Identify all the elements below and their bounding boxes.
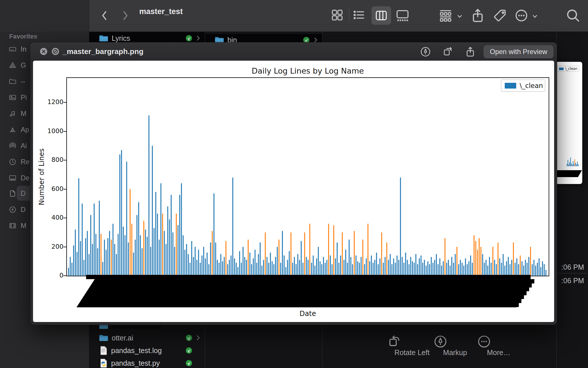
thumbnail-legend: \_clean xyxy=(557,66,579,72)
thumbnail-mini-smear xyxy=(553,170,582,177)
folder-icon xyxy=(9,77,17,85)
folder-icon xyxy=(99,34,108,42)
finder-toolbar: master_test xyxy=(0,0,588,32)
share-icon[interactable] xyxy=(465,46,476,58)
airdrop-icon xyxy=(9,142,17,150)
quicklook-image-content: Daily Log Lines by Log Name Number of Li… xyxy=(33,61,554,322)
quick-action-rotate-left[interactable]: Rotate Left xyxy=(388,335,436,357)
thumbnail-mini-bars xyxy=(567,158,579,169)
quicklook-titlebar[interactable]: _master_bargraph.png Open with Preview xyxy=(30,42,557,61)
ytick-label: 800 xyxy=(35,156,63,163)
xticklabels-black-band xyxy=(76,279,535,307)
markup-icon xyxy=(434,335,477,348)
synced-badge-icon xyxy=(185,347,193,354)
back-chevron-icon[interactable] xyxy=(99,7,110,24)
ytick-label: 1200 xyxy=(35,98,63,106)
chart-plot-area xyxy=(66,77,549,276)
pictures-icon xyxy=(9,93,17,101)
chart-bars xyxy=(67,78,549,276)
desktop-icon xyxy=(9,174,17,182)
quick-action-markup[interactable]: Markup xyxy=(434,335,477,357)
recents-icon xyxy=(9,158,17,166)
chart-xlabel: Date xyxy=(66,310,549,318)
toolbar-sidebar-zone xyxy=(0,0,89,32)
python-file-icon xyxy=(100,359,108,368)
documents-icon xyxy=(9,189,17,198)
sidebar-divider xyxy=(89,0,89,32)
sidebar-section-header: Favorites xyxy=(9,33,37,40)
synced-badge-icon xyxy=(185,359,193,367)
forward-chevron-icon[interactable] xyxy=(120,7,130,24)
music-icon xyxy=(9,110,17,118)
file-row-pandas-test-py[interactable]: pandas_test.py xyxy=(89,357,205,368)
block-slash-button[interactable] xyxy=(51,47,60,56)
rotate-icon[interactable] xyxy=(442,46,453,57)
window-title: master_test xyxy=(139,7,183,16)
synced-badge-icon xyxy=(185,334,193,342)
column-view-button-selected[interactable] xyxy=(372,6,391,25)
ytick-label: 200 xyxy=(35,243,63,250)
chart-title: Daily Log Lines by Log Name xyxy=(66,66,549,75)
search-icon[interactable] xyxy=(565,7,581,24)
folder-icon xyxy=(99,334,108,342)
ytick-label: 0 xyxy=(35,272,63,279)
xaxis-merged-ticks xyxy=(86,275,531,279)
legend-label: \_clean xyxy=(520,82,543,89)
ytick-label: 600 xyxy=(35,185,63,192)
chart-legend: \_clean xyxy=(501,80,545,92)
quicklook-filename: _master_bargraph.png xyxy=(63,47,144,56)
gallery-view-button[interactable] xyxy=(396,9,409,22)
file-row-otter-ai[interactable]: otter.ai xyxy=(89,332,205,344)
list-view-button[interactable] xyxy=(353,9,365,21)
ytick-label: 1000 xyxy=(35,127,63,135)
internal-drive-icon xyxy=(9,45,17,53)
chevron-right-icon xyxy=(196,334,201,341)
quick-action-more[interactable]: More… xyxy=(477,335,520,357)
file-row-pandas-test-log[interactable]: pandas_test.log xyxy=(89,344,205,356)
legend-swatch xyxy=(559,68,564,70)
ytick-label: 400 xyxy=(35,214,63,221)
markup-pen-icon[interactable] xyxy=(420,46,431,57)
applications-icon xyxy=(9,126,17,134)
legend-swatch xyxy=(505,83,516,89)
chevron-right-icon xyxy=(196,35,201,42)
open-with-preview-button[interactable]: Open with Preview xyxy=(484,45,553,58)
rotate-left-icon xyxy=(388,335,436,348)
preview-time-1: :06 PM xyxy=(561,263,584,271)
movies-icon xyxy=(9,222,17,230)
more-icon xyxy=(477,335,520,348)
preview-time-2: :06 PM xyxy=(561,277,584,285)
close-button[interactable] xyxy=(39,47,48,56)
metadata-divider xyxy=(555,273,587,273)
log-file-icon xyxy=(100,346,108,355)
synced-badge-icon xyxy=(185,34,193,42)
view-group-divider xyxy=(349,8,349,22)
quicklook-window: _master_bargraph.png Open with Preview D… xyxy=(30,42,557,325)
downloads-icon xyxy=(9,206,17,214)
more-chevron-down-icon[interactable] xyxy=(531,13,539,20)
tag-icon[interactable] xyxy=(493,8,508,23)
desktop-screenshot: master_test xyxy=(0,0,588,368)
more-ellipsis-icon[interactable] xyxy=(514,8,529,23)
share-icon[interactable] xyxy=(470,7,485,24)
group-by-chevron-down-icon[interactable] xyxy=(456,13,463,20)
google-drive-icon xyxy=(9,61,17,69)
group-by-icon[interactable] xyxy=(439,9,452,22)
icon-view-button[interactable] xyxy=(331,9,343,21)
